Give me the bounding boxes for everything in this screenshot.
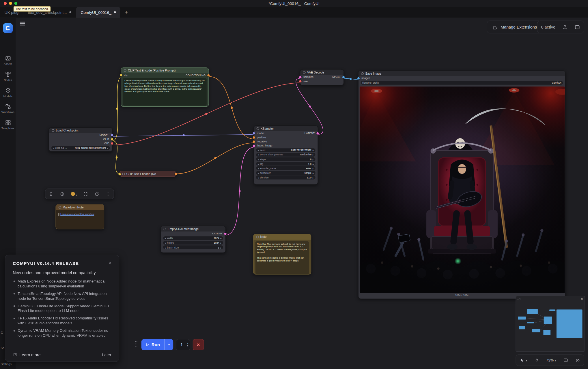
input-port-negative[interactable]	[253, 140, 255, 143]
node-header[interactable]: Note	[253, 234, 311, 240]
collapse-dot-icon[interactable]	[257, 127, 259, 130]
collapse-dot-icon[interactable]	[303, 71, 306, 74]
node-header[interactable]: Load Checkpoint	[49, 128, 112, 133]
output-port-clip[interactable]	[111, 138, 113, 140]
frame-icon[interactable]	[83, 191, 88, 196]
batch-size-widget[interactable]: batch_size 1	[163, 245, 223, 249]
output-port-vae[interactable]	[111, 142, 113, 144]
decrement-arrow-icon[interactable]	[257, 158, 259, 161]
comfyui-logo-icon[interactable]	[3, 23, 13, 33]
increment-arrow-icon[interactable]	[313, 172, 314, 174]
node-header[interactable]: CLIP Text Encode (Ne	[120, 171, 176, 176]
increment-arrow-icon[interactable]	[313, 176, 314, 179]
sidebar-item-templates[interactable]: Templates	[0, 120, 16, 130]
later-button[interactable]: Later	[102, 353, 111, 357]
increment-arrow-icon[interactable]	[220, 241, 222, 244]
sidebar-item-workflows[interactable]: Workflows	[0, 103, 16, 114]
minimap[interactable]	[516, 296, 585, 352]
steps-widget[interactable]: steps 8	[256, 157, 315, 161]
increment-arrow-icon[interactable]	[313, 158, 314, 161]
wire-empty-latent[interactable]	[225, 147, 254, 235]
input-port-samples[interactable]	[299, 76, 302, 78]
output-port-image[interactable]	[342, 76, 345, 78]
close-icon[interactable]	[109, 261, 111, 265]
scheduler-widget[interactable]: scheduler simple	[256, 171, 315, 175]
sidebar-item-assets[interactable]: Assets	[0, 55, 16, 65]
increment-arrow-icon[interactable]	[313, 167, 314, 170]
wire-model[interactable]	[113, 135, 255, 136]
input-port-clip[interactable]	[120, 74, 122, 76]
cfg-widget[interactable]: cfg 1.0	[256, 162, 315, 166]
output-port-conditioning[interactable]	[207, 74, 210, 76]
node-vae-decode[interactable]: VAE Decode samples IMAGE vae	[300, 69, 344, 85]
increment-arrow-icon[interactable]	[313, 153, 314, 156]
input-port-images[interactable]	[357, 77, 360, 79]
decrement-arrow-icon[interactable]	[53, 147, 54, 149]
color-swatch-button[interactable]	[71, 191, 77, 197]
run-button[interactable]: Run	[141, 342, 165, 347]
node-clip-text-encode-negative[interactable]: CLIP Text Encode (Ne	[119, 171, 176, 177]
panel-left-icon[interactable]	[563, 358, 568, 363]
node-note[interactable]: Note Note that Flux dev and schnell do n…	[253, 234, 311, 275]
decrement-arrow-icon[interactable]	[257, 162, 259, 165]
input-port-vae[interactable]	[299, 80, 302, 82]
decrement-arrow-icon[interactable]	[165, 237, 166, 240]
workflow-info-link[interactable]: Learn more about this workflow	[60, 213, 94, 215]
sidebar-item-fragment[interactable]: C	[1, 331, 3, 335]
input-port-clip[interactable]	[119, 173, 121, 175]
seed-widget[interactable]: seed 897222292287392	[256, 148, 315, 152]
new-tab-button[interactable]	[120, 7, 132, 18]
sidebar-item-models[interactable]: Models	[0, 87, 16, 98]
input-port-positive[interactable]	[253, 136, 255, 138]
chevron-down-icon[interactable]	[76, 191, 77, 197]
unsaved-indicator-icon[interactable]	[70, 11, 71, 13]
sampler-name-widget[interactable]: sampler_name euler	[256, 166, 315, 170]
learn-more-link[interactable]: Learn more	[13, 353, 40, 357]
drag-handle-icon[interactable]	[134, 340, 139, 349]
output-port-latent[interactable]	[224, 232, 227, 235]
node-header[interactable]: EmptySD3LatentImage	[161, 226, 225, 231]
zoom-level-dropdown[interactable]: 73%	[546, 358, 556, 362]
node-ksampler[interactable]: KSampler model LATENT positive negative …	[253, 125, 318, 184]
decrement-arrow-icon[interactable]	[257, 149, 259, 151]
input-port-latent-image[interactable]	[253, 144, 255, 147]
collapse-dot-icon[interactable]	[361, 72, 364, 75]
increment-arrow-icon[interactable]: ▴	[187, 342, 188, 345]
output-port-latent[interactable]	[316, 132, 319, 134]
decrement-arrow-icon[interactable]: ▾	[187, 345, 188, 347]
sidebar-item-fragment[interactable]: Sh	[1, 347, 5, 350]
link-off-icon[interactable]	[575, 358, 580, 363]
collapse-dot-icon[interactable]	[124, 69, 126, 72]
run-options-button[interactable]	[164, 339, 173, 350]
node-header[interactable]: Save Image	[359, 71, 565, 76]
denoise-widget[interactable]: denoise 1.00	[256, 175, 315, 179]
kebab-menu-icon[interactable]	[105, 191, 111, 196]
tab-comfyui-00016[interactable]: ComfyUI_00016_	[76, 7, 120, 18]
collapse-dot-icon[interactable]	[59, 206, 61, 209]
sidebar-item-nodes[interactable]: Nodes	[0, 71, 16, 82]
output-port-conditioning[interactable]	[175, 173, 177, 175]
prompt-textarea[interactable]: Create an imaginative scene of Ozzy Osbo…	[123, 78, 207, 106]
increment-arrow-icon[interactable]	[313, 149, 314, 151]
trash-icon[interactable]	[48, 191, 54, 196]
increment-arrow-icon[interactable]	[313, 162, 314, 165]
node-header[interactable]: Markdown Note	[56, 205, 104, 210]
node-markdown-note[interactable]: Markdown Note Learn more about this work…	[55, 204, 104, 229]
history-icon[interactable]	[59, 191, 65, 196]
control-after-generate-widget[interactable]: control after generate randomize	[256, 153, 315, 157]
batch-count-stepper[interactable]: 1 ▴▾	[176, 339, 190, 350]
collapse-dot-icon[interactable]	[163, 227, 166, 230]
output-port-model[interactable]	[111, 134, 113, 136]
panel-right-icon[interactable]	[574, 24, 580, 30]
collapse-dot-icon[interactable]	[122, 172, 125, 175]
color-swatch-icon[interactable]	[71, 192, 75, 196]
wire-clip-negative[interactable]	[113, 141, 120, 174]
increment-arrow-icon[interactable]	[220, 237, 222, 240]
filename-prefix-widget[interactable]: filename_prefix ComfyUI	[361, 81, 563, 85]
wire-negative-conditioning[interactable]	[176, 143, 254, 174]
hamburger-menu-icon[interactable]	[20, 22, 25, 26]
cancel-button[interactable]	[193, 339, 204, 350]
decrement-arrow-icon[interactable]	[257, 153, 259, 156]
decrement-arrow-icon[interactable]	[165, 246, 166, 248]
input-port-model[interactable]	[253, 132, 255, 134]
